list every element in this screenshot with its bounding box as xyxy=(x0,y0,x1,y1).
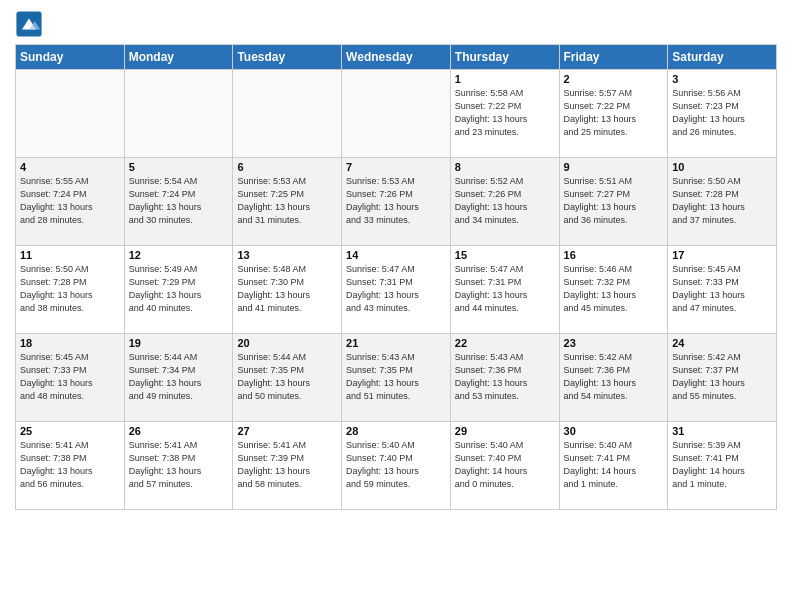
day-info: Sunrise: 5:46 AM Sunset: 7:32 PM Dayligh… xyxy=(564,263,664,315)
weekday-header: Tuesday xyxy=(233,45,342,70)
day-info: Sunrise: 5:44 AM Sunset: 7:34 PM Dayligh… xyxy=(129,351,229,403)
calendar-day-cell: 17Sunrise: 5:45 AM Sunset: 7:33 PM Dayli… xyxy=(668,246,777,334)
day-info: Sunrise: 5:47 AM Sunset: 7:31 PM Dayligh… xyxy=(346,263,446,315)
day-info: Sunrise: 5:39 AM Sunset: 7:41 PM Dayligh… xyxy=(672,439,772,491)
day-info: Sunrise: 5:53 AM Sunset: 7:26 PM Dayligh… xyxy=(346,175,446,227)
calendar-body: 1Sunrise: 5:58 AM Sunset: 7:22 PM Daylig… xyxy=(16,70,777,510)
calendar-day-cell: 11Sunrise: 5:50 AM Sunset: 7:28 PM Dayli… xyxy=(16,246,125,334)
day-number: 8 xyxy=(455,161,555,173)
calendar-day-cell: 28Sunrise: 5:40 AM Sunset: 7:40 PM Dayli… xyxy=(342,422,451,510)
calendar-day-cell: 16Sunrise: 5:46 AM Sunset: 7:32 PM Dayli… xyxy=(559,246,668,334)
day-number: 14 xyxy=(346,249,446,261)
calendar-day-cell xyxy=(16,70,125,158)
day-info: Sunrise: 5:42 AM Sunset: 7:36 PM Dayligh… xyxy=(564,351,664,403)
calendar-day-cell: 1Sunrise: 5:58 AM Sunset: 7:22 PM Daylig… xyxy=(450,70,559,158)
day-number: 1 xyxy=(455,73,555,85)
day-info: Sunrise: 5:40 AM Sunset: 7:40 PM Dayligh… xyxy=(346,439,446,491)
day-number: 19 xyxy=(129,337,229,349)
day-info: Sunrise: 5:42 AM Sunset: 7:37 PM Dayligh… xyxy=(672,351,772,403)
calendar-day-cell: 6Sunrise: 5:53 AM Sunset: 7:25 PM Daylig… xyxy=(233,158,342,246)
day-info: Sunrise: 5:50 AM Sunset: 7:28 PM Dayligh… xyxy=(672,175,772,227)
day-number: 29 xyxy=(455,425,555,437)
calendar: SundayMondayTuesdayWednesdayThursdayFrid… xyxy=(15,44,777,510)
day-number: 13 xyxy=(237,249,337,261)
calendar-week-row: 1Sunrise: 5:58 AM Sunset: 7:22 PM Daylig… xyxy=(16,70,777,158)
calendar-day-cell: 9Sunrise: 5:51 AM Sunset: 7:27 PM Daylig… xyxy=(559,158,668,246)
calendar-day-cell: 18Sunrise: 5:45 AM Sunset: 7:33 PM Dayli… xyxy=(16,334,125,422)
day-number: 25 xyxy=(20,425,120,437)
header xyxy=(15,10,777,38)
day-info: Sunrise: 5:43 AM Sunset: 7:35 PM Dayligh… xyxy=(346,351,446,403)
calendar-header: SundayMondayTuesdayWednesdayThursdayFrid… xyxy=(16,45,777,70)
weekday-header: Saturday xyxy=(668,45,777,70)
day-info: Sunrise: 5:56 AM Sunset: 7:23 PM Dayligh… xyxy=(672,87,772,139)
day-info: Sunrise: 5:41 AM Sunset: 7:38 PM Dayligh… xyxy=(129,439,229,491)
day-info: Sunrise: 5:51 AM Sunset: 7:27 PM Dayligh… xyxy=(564,175,664,227)
calendar-week-row: 18Sunrise: 5:45 AM Sunset: 7:33 PM Dayli… xyxy=(16,334,777,422)
day-info: Sunrise: 5:41 AM Sunset: 7:39 PM Dayligh… xyxy=(237,439,337,491)
day-number: 26 xyxy=(129,425,229,437)
day-info: Sunrise: 5:53 AM Sunset: 7:25 PM Dayligh… xyxy=(237,175,337,227)
day-info: Sunrise: 5:50 AM Sunset: 7:28 PM Dayligh… xyxy=(20,263,120,315)
calendar-week-row: 11Sunrise: 5:50 AM Sunset: 7:28 PM Dayli… xyxy=(16,246,777,334)
day-number: 18 xyxy=(20,337,120,349)
logo xyxy=(15,10,47,38)
day-number: 6 xyxy=(237,161,337,173)
day-number: 30 xyxy=(564,425,664,437)
calendar-day-cell: 20Sunrise: 5:44 AM Sunset: 7:35 PM Dayli… xyxy=(233,334,342,422)
calendar-day-cell: 27Sunrise: 5:41 AM Sunset: 7:39 PM Dayli… xyxy=(233,422,342,510)
day-info: Sunrise: 5:43 AM Sunset: 7:36 PM Dayligh… xyxy=(455,351,555,403)
day-number: 12 xyxy=(129,249,229,261)
calendar-day-cell: 25Sunrise: 5:41 AM Sunset: 7:38 PM Dayli… xyxy=(16,422,125,510)
calendar-day-cell: 19Sunrise: 5:44 AM Sunset: 7:34 PM Dayli… xyxy=(124,334,233,422)
day-number: 15 xyxy=(455,249,555,261)
page: SundayMondayTuesdayWednesdayThursdayFrid… xyxy=(0,0,792,612)
weekday-header: Monday xyxy=(124,45,233,70)
day-info: Sunrise: 5:45 AM Sunset: 7:33 PM Dayligh… xyxy=(20,351,120,403)
calendar-day-cell: 8Sunrise: 5:52 AM Sunset: 7:26 PM Daylig… xyxy=(450,158,559,246)
calendar-day-cell: 14Sunrise: 5:47 AM Sunset: 7:31 PM Dayli… xyxy=(342,246,451,334)
weekday-header: Wednesday xyxy=(342,45,451,70)
calendar-day-cell: 10Sunrise: 5:50 AM Sunset: 7:28 PM Dayli… xyxy=(668,158,777,246)
day-number: 9 xyxy=(564,161,664,173)
day-info: Sunrise: 5:58 AM Sunset: 7:22 PM Dayligh… xyxy=(455,87,555,139)
day-info: Sunrise: 5:48 AM Sunset: 7:30 PM Dayligh… xyxy=(237,263,337,315)
day-number: 28 xyxy=(346,425,446,437)
day-info: Sunrise: 5:49 AM Sunset: 7:29 PM Dayligh… xyxy=(129,263,229,315)
day-number: 4 xyxy=(20,161,120,173)
day-info: Sunrise: 5:40 AM Sunset: 7:41 PM Dayligh… xyxy=(564,439,664,491)
day-number: 5 xyxy=(129,161,229,173)
logo-icon xyxy=(15,10,43,38)
day-info: Sunrise: 5:41 AM Sunset: 7:38 PM Dayligh… xyxy=(20,439,120,491)
day-number: 2 xyxy=(564,73,664,85)
day-info: Sunrise: 5:57 AM Sunset: 7:22 PM Dayligh… xyxy=(564,87,664,139)
day-number: 17 xyxy=(672,249,772,261)
calendar-day-cell xyxy=(124,70,233,158)
day-number: 10 xyxy=(672,161,772,173)
day-number: 7 xyxy=(346,161,446,173)
day-info: Sunrise: 5:54 AM Sunset: 7:24 PM Dayligh… xyxy=(129,175,229,227)
calendar-day-cell: 4Sunrise: 5:55 AM Sunset: 7:24 PM Daylig… xyxy=(16,158,125,246)
calendar-day-cell: 24Sunrise: 5:42 AM Sunset: 7:37 PM Dayli… xyxy=(668,334,777,422)
calendar-day-cell: 7Sunrise: 5:53 AM Sunset: 7:26 PM Daylig… xyxy=(342,158,451,246)
calendar-day-cell: 22Sunrise: 5:43 AM Sunset: 7:36 PM Dayli… xyxy=(450,334,559,422)
weekday-header: Sunday xyxy=(16,45,125,70)
day-info: Sunrise: 5:52 AM Sunset: 7:26 PM Dayligh… xyxy=(455,175,555,227)
weekday-header: Thursday xyxy=(450,45,559,70)
day-number: 22 xyxy=(455,337,555,349)
day-number: 16 xyxy=(564,249,664,261)
weekday-row: SundayMondayTuesdayWednesdayThursdayFrid… xyxy=(16,45,777,70)
day-number: 23 xyxy=(564,337,664,349)
calendar-day-cell: 21Sunrise: 5:43 AM Sunset: 7:35 PM Dayli… xyxy=(342,334,451,422)
calendar-week-row: 4Sunrise: 5:55 AM Sunset: 7:24 PM Daylig… xyxy=(16,158,777,246)
calendar-day-cell: 23Sunrise: 5:42 AM Sunset: 7:36 PM Dayli… xyxy=(559,334,668,422)
day-info: Sunrise: 5:40 AM Sunset: 7:40 PM Dayligh… xyxy=(455,439,555,491)
calendar-day-cell: 12Sunrise: 5:49 AM Sunset: 7:29 PM Dayli… xyxy=(124,246,233,334)
day-number: 24 xyxy=(672,337,772,349)
day-number: 11 xyxy=(20,249,120,261)
day-info: Sunrise: 5:44 AM Sunset: 7:35 PM Dayligh… xyxy=(237,351,337,403)
weekday-header: Friday xyxy=(559,45,668,70)
calendar-day-cell: 3Sunrise: 5:56 AM Sunset: 7:23 PM Daylig… xyxy=(668,70,777,158)
day-info: Sunrise: 5:45 AM Sunset: 7:33 PM Dayligh… xyxy=(672,263,772,315)
day-info: Sunrise: 5:55 AM Sunset: 7:24 PM Dayligh… xyxy=(20,175,120,227)
